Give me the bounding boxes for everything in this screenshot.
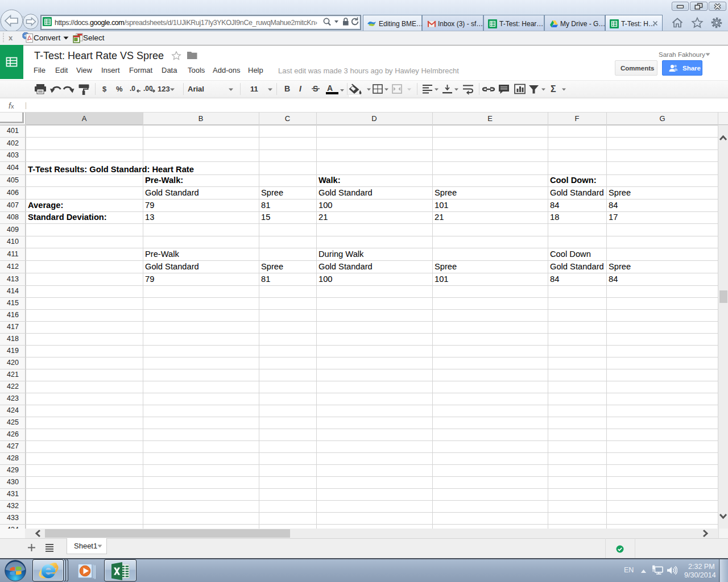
svg-text:Arial: Arial	[188, 85, 204, 93]
svg-text:.00: .00	[143, 85, 153, 93]
svg-text:.0: .0	[130, 85, 135, 93]
svg-text:11: 11	[250, 85, 258, 93]
svg-text:B: B	[284, 84, 290, 93]
svg-text:A: A	[327, 84, 333, 93]
svg-text:Σ: Σ	[551, 84, 556, 94]
svg-text:123: 123	[158, 85, 170, 93]
svg-text:$: $	[102, 85, 107, 93]
svg-text:I: I	[299, 84, 302, 93]
svg-text:%: %	[116, 85, 123, 93]
